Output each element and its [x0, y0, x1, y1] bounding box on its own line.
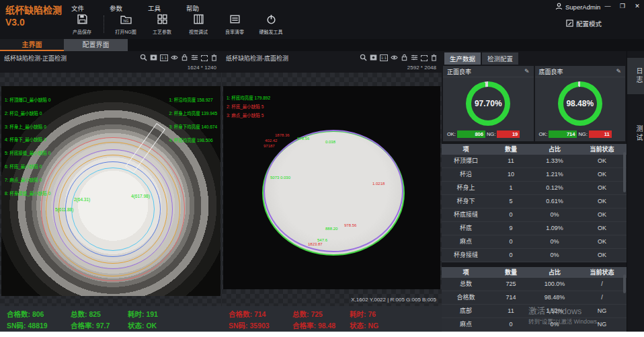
front-panel-title: 纸杯缺陷检测-正面检测	[4, 54, 140, 63]
tab-test[interactable]: 测试	[627, 120, 644, 148]
ng-label: NG:	[578, 131, 587, 137]
zoom-icon[interactable]	[140, 52, 147, 64]
defect-label: 402.42	[265, 139, 277, 143]
cell: 0%	[532, 249, 577, 262]
cell: 1	[490, 182, 532, 194]
table-row[interactable]: 杯身上10.12%OK	[442, 182, 627, 195]
front-ok-count: 806	[457, 130, 485, 138]
ok-label: OK:	[447, 131, 456, 137]
tab-detect-config[interactable]: 检测配置	[482, 52, 518, 65]
front-pass-rate: 合格率: 97.7	[71, 320, 128, 330]
edit-icon[interactable]: ✎	[524, 68, 530, 75]
yield-reset-button[interactable]: 良率清零	[220, 13, 249, 35]
cell: 98.48%	[532, 291, 577, 304]
bottom-state: 状态: NG	[350, 320, 435, 330]
table-row[interactable]: 杯身接缝00%OK	[442, 249, 627, 262]
roi-select-icon[interactable]	[201, 55, 208, 61]
ng-label: NG:	[487, 131, 495, 137]
table-row[interactable]: 总数725100.0%/	[442, 278, 627, 291]
annotation: 4: 杯身下_最小缺陷 0	[5, 133, 50, 147]
tab-production-data[interactable]: 生产数据	[444, 52, 481, 65]
col-state: 当前状态	[577, 144, 627, 155]
toolbar-label: 产品保存	[73, 28, 91, 35]
col-state: 当前状态	[577, 267, 627, 278]
toolbar-label: 工艺参数	[153, 28, 171, 35]
cell: 杯身上	[442, 182, 490, 194]
levels-icon[interactable]	[191, 52, 198, 64]
vision-debug-button[interactable]: 视觉调试	[184, 13, 213, 35]
table-row[interactable]: 杯底接缝00%OK	[442, 209, 627, 222]
bottom-elapsed: 耗时: 76	[350, 309, 435, 319]
annotation: 3: 杯身下均亮度 140.674	[169, 120, 217, 134]
table-row[interactable]: 底部111.52%NG	[442, 305, 627, 318]
menu-file[interactable]: 文件	[69, 2, 87, 14]
annotation: 6: 杯底_最小缺陷 0	[5, 160, 50, 174]
cell: OK	[577, 182, 627, 194]
data-panel-tabs: 生产数据 检测配置	[442, 51, 627, 65]
table-row[interactable]: 合格数71498.48%/	[442, 291, 627, 305]
minimize-button[interactable]: —	[602, 1, 613, 11]
front-ng-count: 19	[497, 130, 520, 138]
front-elapsed: 耗时: 191	[128, 309, 215, 319]
user-menu[interactable]: SuperAdmin	[555, 3, 600, 11]
scrollbar[interactable]	[623, 274, 626, 293]
scrollbar[interactable]	[623, 152, 626, 192]
menu-tools[interactable]: 工具	[145, 2, 163, 14]
roi-select-icon[interactable]	[421, 55, 428, 61]
table-row[interactable]: 杯顶爆口111.33%OK	[442, 155, 627, 168]
hard-trigger-button[interactable]: 硬触发工具	[256, 13, 286, 35]
maximize-button[interactable]: ❐	[617, 1, 628, 11]
table-row[interactable]: 杯身下50.61%OK	[442, 195, 627, 209]
open-ng-image-button[interactable]: NG 打开NG图	[111, 13, 140, 35]
levels-icon[interactable]	[411, 52, 418, 64]
one-to-one-icon[interactable]: 1:1	[160, 54, 168, 61]
config-mode-button[interactable]: 配置模式	[566, 19, 602, 28]
bottom-cup-image: 1: 杯底均亮度 179.892 2: 杯底_最小缺陷 5 3: 麻点_最小缺陷…	[223, 86, 440, 289]
toolbar-label: 良率清零	[225, 28, 244, 35]
tab-main-view[interactable]: 主界面	[0, 39, 64, 51]
one-to-one-icon[interactable]: 1:1	[380, 54, 388, 61]
front-yield-title: 正面良率	[447, 67, 524, 76]
cell: 0	[490, 249, 532, 262]
cell: 0%	[532, 235, 577, 248]
edit-icon[interactable]: ✎	[616, 68, 621, 75]
tab-log[interactable]: 日志	[627, 58, 644, 94]
eye-icon[interactable]	[391, 52, 398, 64]
fit-image-icon[interactable]	[370, 52, 377, 64]
front-yield-gauge: 97.70%	[466, 81, 510, 126]
process-params-button[interactable]: 工艺参数	[147, 13, 177, 35]
fit-image-icon[interactable]	[150, 52, 157, 64]
menu-params[interactable]: 参数	[107, 2, 125, 14]
annotation: 5: 杯底接缝_最小缺陷 0	[5, 147, 50, 160]
table-row[interactable]: 麻点00%OK	[442, 235, 627, 249]
bottom-image-toolbar: 1:1	[360, 52, 438, 64]
defect-label: 978.56	[344, 223, 356, 227]
lock-icon[interactable]	[401, 52, 408, 64]
cell: 0.12%	[532, 182, 577, 194]
cell: 杯底	[442, 222, 490, 235]
bottom-image-viewport[interactable]: 1: 杯底均亮度 179.892 2: 杯底_最小缺陷 5 3: 麻点_最小缺陷…	[222, 73, 442, 306]
close-button[interactable]: ✕	[632, 1, 643, 11]
toolbar-label: 硬触发工具	[259, 28, 283, 35]
table-row[interactable]: 杯沿101.21%OK	[442, 168, 627, 182]
bottom-pass-rate: 合格率: 98.48	[292, 320, 350, 330]
defect-label: 1823.87	[308, 242, 323, 246]
bottom-pass-count: 合格数: 714	[229, 309, 292, 319]
menu-help[interactable]: 帮助	[184, 2, 202, 14]
save-product-button[interactable]: 产品保存	[67, 13, 97, 35]
trash-icon[interactable]	[210, 52, 218, 64]
trash-icon[interactable]	[430, 52, 438, 64]
front-image-viewport[interactable]: 1: 杯顶爆口_最小缺陷 0 2: 杯沿_最小缺陷 0 3: 杯身上_最小缺陷 …	[0, 73, 222, 306]
table-row[interactable]: 麻点00%NG	[442, 318, 627, 332]
tab-config-view[interactable]: 配置界面	[64, 39, 128, 51]
annotation: 4: 杯底均亮度 198.506	[169, 134, 217, 147]
cell: 11	[490, 305, 532, 317]
cell: OK	[577, 155, 627, 167]
cell: 725	[490, 278, 532, 291]
side-strip: 日志 测试	[627, 51, 644, 332]
lock-icon[interactable]	[181, 52, 188, 64]
cell: 总数	[442, 278, 490, 291]
table-row[interactable]: 杯底91.09%OK	[442, 222, 627, 235]
zoom-icon[interactable]	[360, 52, 367, 64]
eye-icon[interactable]	[171, 52, 178, 64]
